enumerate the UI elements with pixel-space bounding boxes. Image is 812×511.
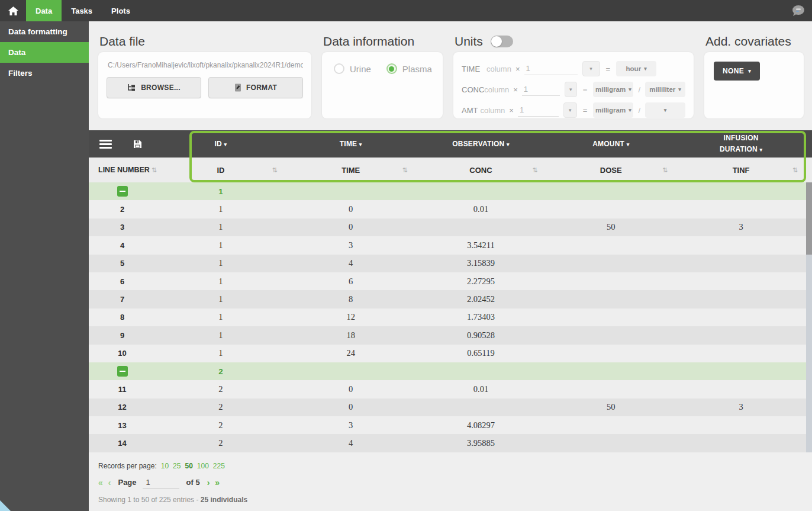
sidebar-item-data[interactable]: Data bbox=[0, 42, 89, 63]
subheader-label: TIME bbox=[341, 166, 360, 175]
conc-cell: 0.01 bbox=[416, 204, 546, 214]
unit-conc-multiplier-input[interactable]: 1 bbox=[522, 83, 560, 96]
line-number-cell: 12 bbox=[89, 403, 156, 412]
table-row[interactable]: 14243.95885 bbox=[89, 434, 812, 452]
unit-conc-denominator-select[interactable]: milliliter▾ bbox=[645, 82, 685, 97]
chat-bubble-icon bbox=[791, 5, 805, 17]
sidebar-item-data-formatting[interactable]: Data formatting bbox=[0, 21, 89, 42]
tab-data[interactable]: Data bbox=[26, 0, 62, 21]
table-menu-button[interactable] bbox=[99, 138, 112, 150]
corner-accent bbox=[0, 500, 11, 511]
data-file-title: Data file bbox=[99, 34, 311, 48]
table-scrollbar[interactable] bbox=[806, 182, 812, 452]
previous-page-button[interactable]: ‹ bbox=[108, 478, 111, 487]
sort-icon[interactable]: ⇅ bbox=[662, 166, 668, 174]
times-icon: × bbox=[515, 65, 520, 73]
table-row[interactable]: 91180.90528 bbox=[89, 326, 812, 344]
page-size-option[interactable]: 50 bbox=[185, 462, 192, 470]
group-row[interactable]: 1 bbox=[89, 182, 812, 200]
page-number-input[interactable]: 1 bbox=[143, 477, 179, 488]
radio-urine-label: Urine bbox=[350, 64, 371, 74]
column-type-dropdown-id[interactable]: ID ▾ bbox=[156, 140, 286, 148]
table-row[interactable]: 310503 bbox=[89, 218, 812, 236]
format-button-label: FORMAT bbox=[246, 83, 277, 92]
table-row[interactable]: 81121.73403 bbox=[89, 308, 812, 326]
radio-urine[interactable]: Urine bbox=[334, 63, 371, 74]
unit-amt-label: AMT bbox=[462, 106, 480, 115]
unit-amt-denominator-select[interactable]: ▾ bbox=[645, 102, 685, 118]
caret-down-icon: ▾ bbox=[644, 66, 647, 72]
column-type-dropdown-amount[interactable]: AMOUNT ▾ bbox=[546, 140, 676, 148]
scrollbar-thumb[interactable] bbox=[806, 182, 812, 255]
unit-amt-multiplier-input[interactable]: 1 bbox=[518, 104, 559, 117]
page-size-option[interactable]: 10 bbox=[161, 462, 169, 470]
collapse-group-button[interactable] bbox=[117, 366, 128, 377]
sort-icon[interactable]: ⇅ bbox=[532, 166, 537, 174]
sort-icon[interactable]: ⇅ bbox=[402, 166, 407, 174]
sort-icon[interactable]: ⇅ bbox=[792, 166, 798, 174]
save-icon[interactable] bbox=[133, 140, 142, 149]
covariates-none-dropdown[interactable]: NONE ▾ bbox=[714, 62, 760, 81]
group-row[interactable]: 2 bbox=[89, 362, 812, 380]
collapse-group-button[interactable] bbox=[117, 186, 128, 197]
table-row[interactable]: 5143.15839 bbox=[89, 255, 812, 272]
tab-plots[interactable]: Plots bbox=[102, 0, 140, 21]
subheader-line-number: LINE NUMBER⇅ bbox=[89, 166, 156, 174]
group-id: 2 bbox=[156, 367, 286, 376]
table-row[interactable]: 101240.65119 bbox=[89, 345, 812, 362]
caret-down-icon: ▾ bbox=[760, 147, 763, 153]
id-cell: 1 bbox=[156, 240, 286, 250]
table-row[interactable]: 2100.01 bbox=[89, 200, 812, 218]
home-button[interactable] bbox=[0, 0, 26, 21]
sidebar-item-filters[interactable]: Filters bbox=[0, 63, 89, 83]
column-type-label: INFUSION DURATION bbox=[720, 134, 759, 153]
unit-amt-numerator-select[interactable]: milligram▾ bbox=[593, 102, 633, 118]
unit-conc-label: CONC bbox=[462, 85, 484, 94]
next-page-button[interactable]: › bbox=[207, 478, 210, 487]
last-page-button[interactable]: » bbox=[215, 478, 220, 487]
table-row[interactable]: 7182.02452 bbox=[89, 290, 812, 308]
first-page-button[interactable]: « bbox=[98, 478, 103, 487]
table-row[interactable]: 4133.54211 bbox=[89, 236, 812, 254]
time-cell: 4 bbox=[286, 438, 416, 448]
covariates-card: NONE ▾ bbox=[704, 52, 804, 118]
unit-conc-column-select[interactable]: ▾ bbox=[565, 82, 577, 97]
unit-time-multiplier-input[interactable]: 1 bbox=[524, 62, 578, 75]
unit-time-column-select[interactable]: ▾ bbox=[582, 61, 600, 76]
times-icon: × bbox=[513, 85, 518, 94]
page-size-option[interactable]: 25 bbox=[173, 462, 181, 470]
unit-time-unit-label: hour bbox=[626, 65, 642, 72]
units-toggle[interactable] bbox=[491, 36, 513, 47]
radio-plasma-label: Plasma bbox=[402, 64, 432, 74]
format-button[interactable]: FORMAT bbox=[208, 77, 303, 98]
sort-icon[interactable]: ⇅ bbox=[272, 166, 278, 174]
browse-button[interactable]: BROWSE... bbox=[107, 77, 201, 98]
covariates-none-label: NONE bbox=[723, 67, 744, 75]
page-size-option[interactable]: 100 bbox=[197, 462, 209, 470]
caret-down-icon: ▾ bbox=[629, 87, 631, 92]
id-cell: 2 bbox=[156, 438, 286, 448]
radio-urine-circle-icon bbox=[334, 63, 344, 74]
data-file-card: C:/Users/FranoMihaljevic/lixoft/pkanalix… bbox=[98, 52, 311, 118]
unit-amt-column-select[interactable]: ▾ bbox=[563, 102, 577, 118]
column-type-dropdown-observation[interactable]: OBSERVATION ▾ bbox=[416, 140, 546, 148]
time-cell: 0 bbox=[286, 384, 416, 394]
table-row[interactable]: 6162.27295 bbox=[89, 272, 812, 290]
page-count-label: of 5 bbox=[186, 478, 200, 487]
table-row[interactable]: 1220503 bbox=[89, 398, 812, 416]
column-type-dropdown-infusion-duration[interactable]: INFUSION DURATION ▾ bbox=[676, 133, 806, 155]
table-row[interactable]: 13234.08297 bbox=[89, 416, 812, 434]
line-number-cell: 13 bbox=[89, 421, 156, 430]
subheader-time: TIME⇅ bbox=[286, 166, 416, 175]
id-cell: 1 bbox=[156, 222, 286, 232]
unit-time-unit-select[interactable]: hour▾ bbox=[616, 61, 656, 76]
radio-plasma[interactable]: Plasma bbox=[386, 63, 432, 74]
page-size-option[interactable]: 225 bbox=[213, 462, 225, 470]
feedback-button[interactable] bbox=[791, 0, 812, 21]
time-cell: 3 bbox=[286, 420, 416, 430]
column-type-dropdown-time[interactable]: TIME ▾ bbox=[286, 140, 416, 148]
tab-tasks[interactable]: Tasks bbox=[62, 0, 102, 21]
subheader-tinf: TINF⇅ bbox=[676, 166, 806, 175]
table-row[interactable]: 11200.01 bbox=[89, 380, 812, 398]
unit-conc-numerator-select[interactable]: milligram▾ bbox=[593, 82, 633, 97]
